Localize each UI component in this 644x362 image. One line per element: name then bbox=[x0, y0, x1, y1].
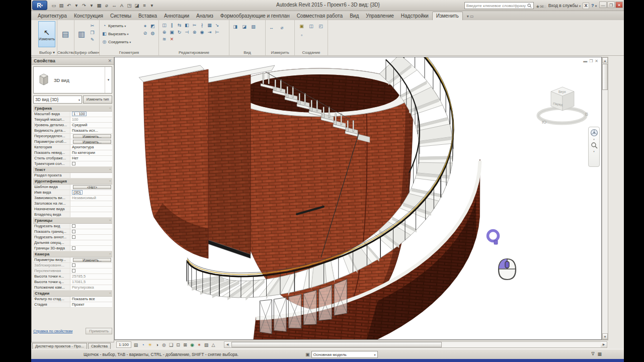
view-scale-button[interactable]: 1:100 bbox=[116, 341, 131, 348]
create-parts-icon[interactable]: ▫ bbox=[298, 32, 305, 39]
ribbon-tab-архитектура[interactable]: Архитектура bbox=[34, 12, 70, 20]
checkbox[interactable] bbox=[72, 269, 75, 273]
temporary-view-properties-icon[interactable]: ▧ bbox=[203, 341, 210, 348]
cutaway-icon[interactable]: ▧ bbox=[250, 23, 257, 30]
redo-dropdown-icon[interactable]: ▾ bbox=[88, 2, 95, 10]
search-input[interactable]: Введите ключевое слово/фразу bbox=[464, 2, 534, 9]
geometry-button-2[interactable]: ◧Вырезать▾ bbox=[101, 30, 131, 38]
edit-type-button[interactable]: Изменить тип bbox=[83, 96, 112, 104]
property-value[interactable]: Показать все bbox=[70, 297, 112, 302]
view-instance-combo[interactable]: 3D вид {3D}▾ bbox=[33, 96, 82, 104]
scrollbar-thumb[interactable] bbox=[231, 342, 442, 347]
property-value[interactable]: Изменить... bbox=[70, 139, 112, 144]
property-value[interactable] bbox=[70, 268, 112, 274]
align-icon[interactable]: ◫ bbox=[160, 22, 168, 29]
ribbon-tab-анализ[interactable]: Анализ bbox=[193, 12, 217, 20]
editable-only-icon[interactable]: ▦ bbox=[597, 351, 602, 356]
checkbox[interactable] bbox=[72, 263, 75, 267]
create-group-icon[interactable]: ▣ bbox=[298, 23, 305, 30]
create-assembly-icon[interactable]: ◰ bbox=[317, 23, 325, 30]
dimension-tool-icon[interactable]: ⌀ bbox=[278, 24, 286, 31]
property-value[interactable]: Проект bbox=[70, 302, 112, 307]
section-collapse-icon[interactable]: ▫ bbox=[110, 106, 111, 111]
apply-button[interactable]: Применить bbox=[86, 328, 112, 334]
compass-south-label[interactable]: Ю bbox=[542, 120, 546, 125]
match-type-icon[interactable]: ✎ bbox=[89, 36, 96, 43]
checkbox[interactable] bbox=[72, 235, 75, 239]
ribbon-tab-формообразующие-и-генплан[interactable]: Формообразующие и генплан bbox=[217, 12, 293, 20]
modify-tool-button[interactable]: ↖ Изменить bbox=[38, 21, 55, 47]
close-button[interactable]: ✕ bbox=[615, 2, 623, 8]
property-section-header[interactable]: Границы▫ bbox=[33, 218, 112, 224]
property-value[interactable]: Изменить... bbox=[70, 257, 112, 262]
property-section-header[interactable]: Текст▫ bbox=[33, 167, 112, 173]
property-value[interactable]: Показать исх... bbox=[70, 128, 112, 133]
thin-lines-icon[interactable]: ≡ bbox=[141, 2, 148, 10]
trim-icon[interactable]: ⊣ bbox=[183, 29, 191, 36]
property-value[interactable] bbox=[70, 201, 112, 206]
property-value[interactable]: 25785,5 bbox=[70, 274, 112, 279]
exchange-apps-button[interactable]: X bbox=[583, 3, 589, 9]
unpin-icon[interactable]: ◉ bbox=[198, 29, 206, 36]
favorites-icon[interactable]: ◌ bbox=[543, 4, 546, 9]
checkbox[interactable] bbox=[72, 246, 75, 250]
trim-multiple-icon[interactable]: ⊢ bbox=[213, 29, 221, 36]
show-crop-icon[interactable]: ⊡ bbox=[175, 341, 182, 348]
vertical-scrollbar[interactable]: ▲ ▼ bbox=[602, 57, 608, 340]
create-similar-icon[interactable]: ◫ bbox=[307, 23, 315, 30]
property-input[interactable]: {3D} bbox=[72, 190, 83, 195]
ribbon-minimize-icon[interactable]: ▾ ▭ bbox=[467, 14, 474, 20]
property-input[interactable]: 1 : 100 bbox=[72, 112, 87, 116]
copy-icon[interactable]: ❐ bbox=[89, 29, 96, 36]
pin-icon[interactable]: ⊗ bbox=[191, 29, 198, 36]
open-icon[interactable]: ▭ bbox=[50, 2, 57, 10]
ribbon-tab-системы[interactable]: Системы bbox=[107, 12, 135, 20]
offset-icon[interactable]: ∥ bbox=[168, 22, 176, 29]
properties-help-link[interactable]: Справка по свойствам bbox=[33, 329, 72, 333]
delete-icon[interactable]: ✕ bbox=[168, 36, 176, 43]
mirror-draw-icon[interactable]: ◧ bbox=[183, 22, 191, 29]
property-value[interactable]: Средний bbox=[70, 123, 112, 128]
show-hidden-icon[interactable]: ◪ bbox=[240, 23, 248, 30]
ribbon-tab-вставка[interactable]: Вставка bbox=[135, 12, 160, 20]
section-icon[interactable]: ◪ bbox=[133, 2, 140, 10]
paste-button[interactable]: ▥ bbox=[75, 21, 88, 47]
offset-copy-icon[interactable]: ≋ bbox=[160, 36, 168, 43]
paint-icon[interactable]: ✶ bbox=[141, 23, 149, 30]
property-section-header[interactable]: Графика▫ bbox=[33, 106, 112, 112]
section-collapse-icon[interactable]: ▫ bbox=[110, 218, 111, 223]
cut-icon[interactable]: ✂ bbox=[89, 22, 96, 29]
property-value[interactable]: 100 bbox=[70, 117, 112, 122]
property-value[interactable] bbox=[70, 173, 112, 178]
property-button[interactable]: Изменить... bbox=[73, 134, 111, 138]
horizontal-scrollbar[interactable]: ◀ ▶ bbox=[224, 341, 607, 348]
property-button[interactable]: Изменить... bbox=[73, 140, 111, 144]
checkbox[interactable] bbox=[72, 224, 75, 228]
property-value[interactable]: Изменить... bbox=[70, 134, 112, 139]
mirror-axis-icon[interactable]: ⇆ bbox=[176, 22, 183, 29]
detail-level-icon[interactable]: ▤ bbox=[132, 341, 139, 348]
rotate-icon[interactable]: ↻ bbox=[176, 29, 183, 36]
reveal-hidden-icon[interactable]: ✶ bbox=[196, 341, 203, 348]
property-value[interactable] bbox=[70, 229, 112, 234]
viewcube[interactable]: Ю В Верх Перед bbox=[535, 79, 590, 130]
search-history-icon[interactable]: ★ bbox=[536, 4, 540, 9]
property-value[interactable]: По категории bbox=[70, 150, 112, 155]
property-value[interactable]: Нет bbox=[70, 156, 112, 161]
undo-icon[interactable]: ↶ bbox=[65, 2, 72, 10]
crop-view-icon[interactable]: ❑ bbox=[168, 341, 175, 348]
property-button[interactable]: <Нет> bbox=[73, 185, 111, 189]
split-face-icon[interactable]: ◍ bbox=[149, 30, 156, 37]
sun-path-icon[interactable]: ☀ bbox=[146, 341, 153, 348]
section-collapse-icon[interactable]: ▫ bbox=[110, 167, 111, 172]
property-section-header[interactable]: Камера▫ bbox=[33, 251, 112, 257]
render-icon[interactable]: ◍ bbox=[160, 341, 168, 348]
qat-customize-icon[interactable]: ▾ bbox=[148, 2, 155, 10]
property-value[interactable] bbox=[70, 263, 112, 268]
property-value[interactable]: 17081,5 bbox=[70, 280, 112, 285]
text-icon[interactable]: A bbox=[118, 2, 125, 10]
zoom-icon[interactable] bbox=[591, 142, 598, 149]
section-collapse-icon[interactable]: ▫ bbox=[110, 252, 111, 256]
measure-tool-icon[interactable]: ↔ bbox=[268, 24, 275, 31]
property-value[interactable] bbox=[70, 246, 112, 251]
